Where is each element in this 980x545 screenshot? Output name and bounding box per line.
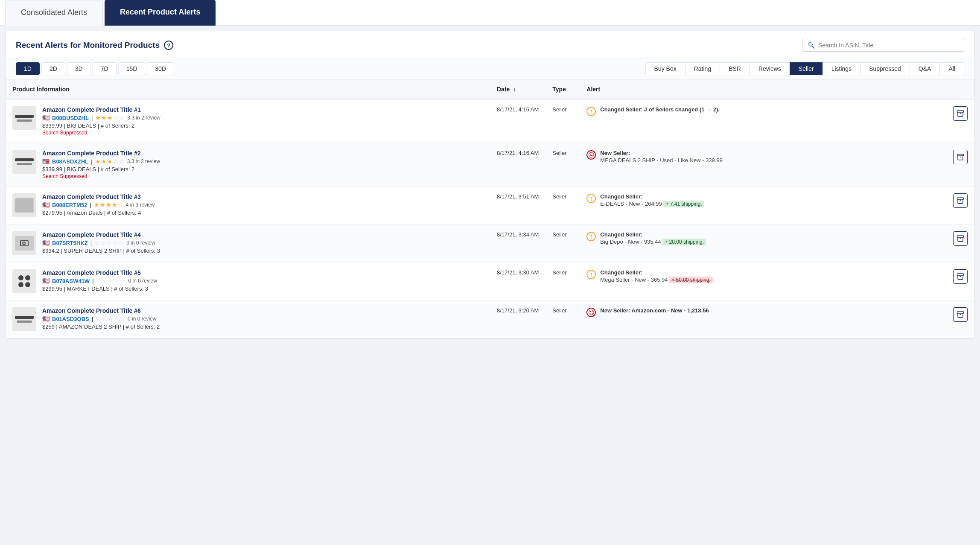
star-icon: ★ (106, 201, 111, 208)
product-meta: 🇺🇸 B07SRT5HKZ | ☆☆☆☆☆ 0 in 0 review (42, 239, 160, 246)
archive-button[interactable] (953, 231, 968, 246)
product-thumbnail (12, 193, 36, 217)
product-meta: 🇺🇸 B078ASW41W | ☆☆☆☆☆ 0 in 0 review (42, 277, 157, 284)
star-icon: ☆ (106, 239, 112, 246)
type-filter-bsr[interactable]: BSR (720, 62, 750, 75)
col-header-date[interactable]: Date ↓ (490, 80, 545, 99)
type-filter-all[interactable]: All (939, 62, 964, 75)
star-icon: ☆ (108, 277, 114, 284)
svg-rect-3 (957, 236, 964, 237)
alert-highlight-red: + 50.00 shipping. (669, 277, 713, 283)
review-count: 0 in 0 review (128, 278, 157, 284)
alert-cell: ☹ New Seller: MEGA DEALS 2 SHIP - Used -… (580, 143, 946, 187)
date-filter-15d[interactable]: 15D (118, 62, 146, 75)
product-info: Amazon Complete Product Title #6 🇺🇸 B01A… (12, 307, 483, 331)
tab-consolidated[interactable]: Consolidated Alerts (5, 0, 103, 26)
star-icon: ☆ (120, 315, 125, 322)
table-row: Amazon Complete Product Title #4 🇺🇸 B07S… (6, 224, 974, 262)
type-filter-buybox[interactable]: Buy Box (645, 62, 685, 75)
alert-title: Changed Seller: (600, 231, 706, 238)
date-filter-7d[interactable]: 7D (93, 62, 117, 75)
type-filter-seller[interactable]: Seller (790, 62, 822, 75)
panel-title-area: Recent Alerts for Monitored Products ? (16, 41, 173, 50)
date-filter-1d[interactable]: 1D (16, 62, 40, 75)
search-icon: 🔍 (808, 42, 815, 49)
alert-content: ! Changed Seller: E-DEALS - New - 264.99… (586, 193, 939, 207)
table-row: Amazon Complete Product Title #2 🇺🇸 B08A… (6, 143, 974, 187)
action-cell (946, 143, 974, 187)
type-filter-qa[interactable]: Q&A (910, 62, 940, 75)
review-count: 0 in 0 review (126, 240, 155, 246)
product-details: Amazon Complete Product Title #6 🇺🇸 B01A… (42, 307, 160, 331)
alert-text: Changed Seller: Mega Seller - New - 365.… (600, 269, 713, 283)
archive-button[interactable] (953, 193, 968, 208)
star-icon: ★ (107, 114, 113, 121)
product-thumbnail (12, 231, 36, 255)
product-meta: 🇺🇸 B01ASD3OBS | ☆☆☆☆☆ 0 in 0 review (42, 315, 160, 322)
alert-description: E-DEALS - New - 264.99 + 7.41 shipping. (600, 201, 704, 207)
date-cell: 8/17/21, 3:30 AM (490, 262, 545, 300)
asin-link[interactable]: B07SRT5HKZ (52, 240, 88, 246)
help-icon[interactable]: ? (164, 41, 173, 50)
table-row: Amazon Complete Product Title #3 🇺🇸 B088… (6, 187, 974, 224)
product-thumbnail (12, 269, 36, 293)
main-panel: Recent Alerts for Monitored Products ? 🔍… (5, 31, 975, 339)
type-filter-listings[interactable]: Listings (822, 62, 860, 75)
country-flag: 🇺🇸 (42, 315, 50, 322)
panel-header: Recent Alerts for Monitored Products ? 🔍 (6, 31, 974, 58)
asin-link[interactable]: B08ASDXZHL (52, 158, 88, 165)
star-icon: ★ (101, 114, 107, 121)
separator: | (92, 278, 93, 284)
product-title: Amazon Complete Product Title #5 (42, 269, 157, 276)
alert-warning-icon: ! (586, 270, 596, 279)
date-filter-3d[interactable]: 3D (67, 62, 91, 75)
star-icon: ☆ (119, 114, 125, 121)
svg-rect-1 (957, 154, 964, 156)
star-icon: ☆ (96, 315, 101, 322)
alert-warning-icon: ! (586, 107, 596, 116)
product-cell: Amazon Complete Product Title #1 🇺🇸 B08B… (6, 99, 490, 143)
type-filter-suppressed[interactable]: Suppressed (860, 62, 910, 75)
product-details: Amazon Complete Product Title #2 🇺🇸 B08A… (42, 150, 160, 179)
tab-recent-product-alerts[interactable]: Recent Product Alerts (105, 0, 216, 26)
alert-text: New Seller: Amazon.com - New - 1,218.56 (600, 307, 709, 315)
archive-button[interactable] (953, 106, 968, 121)
star-icon: ☆ (102, 277, 108, 284)
date-filter-2d[interactable]: 2D (41, 62, 65, 75)
review-count: 3.3 in 2 review (127, 115, 160, 121)
type-cell: Seller (545, 262, 580, 300)
star-rating: ★★★☆☆ (95, 114, 125, 121)
product-meta: 🇺🇸 B088ERTM52 | ★★★★☆ 4 in 3 review (42, 201, 155, 208)
suppressed-label: Search Suppressed (42, 173, 160, 179)
separator: | (91, 115, 93, 121)
type-cell: Seller (545, 224, 580, 262)
product-info: Amazon Complete Product Title #2 🇺🇸 B08A… (12, 150, 483, 179)
date-filter-30d[interactable]: 30D (147, 62, 174, 75)
type-cell: Seller (545, 300, 580, 338)
country-flag: 🇺🇸 (42, 277, 50, 284)
asin-link[interactable]: B01ASD3OBS (52, 316, 89, 322)
star-rating: ★★★★☆ (94, 201, 123, 208)
search-input[interactable] (818, 42, 959, 49)
star-rating: ☆☆☆☆☆ (94, 239, 124, 246)
panel-title: Recent Alerts for Monitored Products (16, 41, 160, 50)
price-info: $934.2 | SUPER DEALS 2 SHIP | # of Selle… (42, 248, 160, 254)
asin-link[interactable]: B08BUSDZHL (52, 115, 89, 121)
type-filter-reviews[interactable]: Reviews (750, 62, 790, 75)
table-row: Amazon Complete Product Title #5 🇺🇸 B078… (6, 262, 974, 300)
archive-button[interactable] (953, 150, 968, 164)
star-rating: ☆☆☆☆☆ (96, 277, 126, 284)
type-filter-rating[interactable]: Rating (685, 62, 720, 75)
search-box[interactable]: 🔍 (802, 39, 964, 52)
action-cell (946, 224, 974, 262)
asin-link[interactable]: B078ASW41W (52, 278, 90, 284)
asin-link[interactable]: B088ERTM52 (52, 202, 87, 208)
alerts-table: Product Information Date ↓ Type Alert (6, 80, 974, 338)
alert-cell: ! Changed Seller: Mega Seller - New - 36… (580, 262, 946, 300)
archive-button[interactable] (953, 307, 968, 322)
alert-cell: ☹ New Seller: Amazon.com - New - 1,218.5… (580, 300, 946, 338)
separator: | (90, 202, 91, 208)
alert-bad-icon: ☹ (586, 150, 596, 160)
price-info: $339.99 | BIG DEALS | # of Sellers: 2 (42, 166, 160, 172)
archive-button[interactable] (953, 269, 968, 284)
